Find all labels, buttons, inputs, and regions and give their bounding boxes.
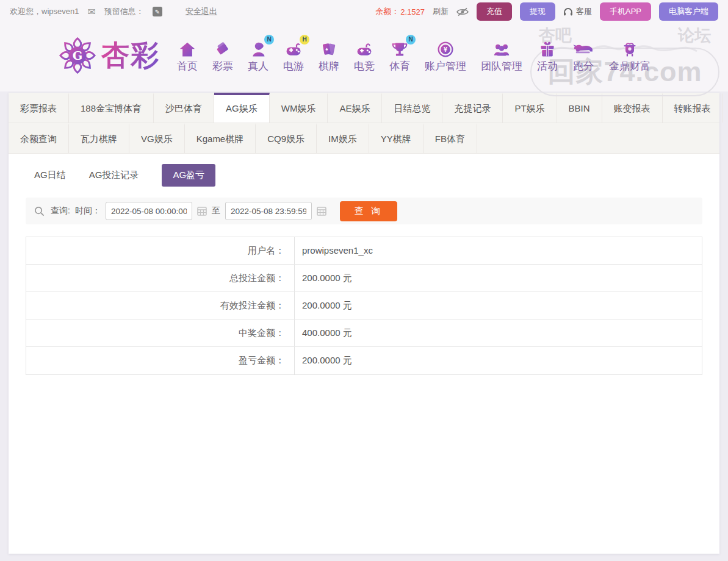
query-button[interactable]: 查 询 bbox=[340, 201, 397, 221]
main-nav: 首页 彩票 N 真人 H 电游 bbox=[177, 38, 651, 73]
nav-item-live[interactable]: N 真人 bbox=[248, 38, 268, 73]
customer-service-label: 客服 bbox=[576, 6, 592, 17]
nav-item-team[interactable]: 团队管理 bbox=[481, 38, 522, 73]
svg-text:G: G bbox=[73, 49, 83, 63]
table-row: 用户名： prowipseven1_xc bbox=[26, 237, 702, 265]
nav-item-home[interactable]: 首页 bbox=[177, 38, 198, 73]
nav-item-label: 活动 bbox=[537, 59, 558, 73]
logo-flower-icon: G bbox=[59, 37, 96, 74]
nav-item-label: 电游 bbox=[283, 59, 304, 73]
nav-item-chess[interactable]: ♠ 棋牌 bbox=[319, 38, 339, 73]
balance-value: 2.1527 bbox=[400, 7, 425, 16]
tab-fb-sports[interactable]: FB体育 bbox=[423, 123, 477, 153]
tab-account-change-report[interactable]: 账变报表 bbox=[602, 93, 663, 123]
site-logo[interactable]: G 杏彩 bbox=[59, 37, 160, 74]
tab-kgame[interactable]: Kgame棋牌 bbox=[185, 123, 256, 153]
query-label: 查询: bbox=[51, 205, 70, 216]
customer-service[interactable]: 客服 bbox=[563, 6, 592, 17]
refresh-link[interactable]: 刷新 bbox=[433, 6, 449, 17]
tabs-row-2: 余额查询 瓦力棋牌 VG娱乐 Kgame棋牌 CQ9娱乐 IM娱乐 YY棋牌 F… bbox=[9, 123, 719, 154]
tab-yy-chess[interactable]: YY棋牌 bbox=[369, 123, 423, 153]
row-label: 中奖金额： bbox=[26, 320, 295, 346]
subtab-ag-daily[interactable]: AG日结 bbox=[34, 170, 66, 181]
mobile-app-button[interactable]: 手机APP bbox=[600, 2, 651, 21]
nav-item-paofen[interactable]: 跑分 bbox=[572, 38, 594, 73]
report-tabs: 彩票报表 188金宝博体育 沙巴体育 AG娱乐 WM娱乐 AE娱乐 日结总览 充… bbox=[9, 93, 719, 154]
nav-item-label: 彩票 bbox=[212, 59, 233, 73]
nav-item-account[interactable]: ¥ 账户管理 bbox=[425, 38, 466, 73]
row-label: 总投注金额： bbox=[26, 265, 295, 291]
nav-item-label: 体育 bbox=[389, 59, 410, 73]
nav-item-label: 电竞 bbox=[354, 59, 375, 73]
row-value: 400.0000 元 bbox=[295, 320, 352, 346]
calendar-icon[interactable] bbox=[317, 206, 326, 216]
balance-label: 余额： bbox=[375, 6, 399, 17]
team-icon bbox=[492, 38, 511, 58]
tab-wm[interactable]: WM娱乐 bbox=[270, 93, 328, 123]
nav-item-label: 棋牌 bbox=[319, 59, 339, 73]
subtab-ag-bet-record[interactable]: AG投注记录 bbox=[89, 170, 139, 181]
logout-link[interactable]: 安全退出 bbox=[186, 6, 217, 17]
withdraw-button[interactable]: 提现 bbox=[520, 2, 555, 21]
tab-balance-query[interactable]: 余额查询 bbox=[9, 123, 69, 153]
tab-deposit-withdraw-record[interactable]: 充提记录 bbox=[442, 93, 503, 123]
top-region: 欢迎您，wipseven1 ✉ 预留信息： ✎ 安全退出 余额：2.1527 刷… bbox=[0, 0, 728, 91]
time-label: 时间： bbox=[75, 205, 101, 216]
table-row: 总投注金额： 200.0000 元 bbox=[26, 265, 702, 292]
calendar-icon[interactable] bbox=[197, 206, 207, 216]
row-value: 200.0000 元 bbox=[295, 265, 352, 291]
nav-item-lottery[interactable]: 彩票 bbox=[212, 38, 233, 73]
nav-item-label: 真人 bbox=[248, 59, 268, 73]
ding-icon bbox=[621, 38, 638, 58]
headset-icon bbox=[563, 7, 573, 16]
gift-icon bbox=[539, 38, 556, 58]
table-row: 盈亏金额： 200.0000 元 bbox=[26, 347, 702, 374]
tab-rebate-total[interactable]: 返点总额 bbox=[723, 93, 728, 123]
nav-item-label: 金鼎财富 bbox=[609, 59, 651, 73]
row-label: 用户名： bbox=[26, 237, 295, 264]
tab-daily-summary[interactable]: 日结总览 bbox=[382, 93, 442, 123]
tab-vg[interactable]: VG娱乐 bbox=[129, 123, 185, 153]
home-icon bbox=[179, 38, 196, 58]
search-icon bbox=[34, 206, 45, 216]
nav-item-label: 首页 bbox=[177, 59, 198, 73]
tab-ag[interactable]: AG娱乐 bbox=[214, 93, 270, 123]
nav-item-label: 跑分 bbox=[573, 59, 594, 73]
reserved-info-label: 预留信息： bbox=[104, 6, 144, 17]
subtab-ag-profit[interactable]: AG盈亏 bbox=[162, 164, 215, 187]
welcome-text: 欢迎您，wipseven1 bbox=[10, 6, 79, 17]
coin-icon: ¥ bbox=[437, 38, 454, 58]
tab-im[interactable]: IM娱乐 bbox=[317, 123, 369, 153]
tab-pt[interactable]: PT娱乐 bbox=[503, 93, 557, 123]
row-label: 有效投注金额： bbox=[26, 292, 295, 319]
nav-item-egames[interactable]: H 电游 bbox=[283, 38, 304, 73]
edit-icon[interactable]: ✎ bbox=[153, 7, 162, 16]
nav-item-esports[interactable]: 电竞 bbox=[354, 38, 375, 73]
row-value: 200.0000 元 bbox=[295, 347, 352, 374]
cards-icon: ♠ bbox=[320, 38, 337, 58]
rhino-icon bbox=[572, 38, 594, 58]
pc-client-button[interactable]: 电脑客户端 bbox=[659, 2, 718, 21]
end-time-input[interactable] bbox=[225, 202, 312, 220]
tab-transfer-report[interactable]: 转账报表 bbox=[663, 93, 723, 123]
tab-lottery-report[interactable]: 彩票报表 bbox=[9, 93, 69, 123]
new-badge: N bbox=[406, 35, 416, 45]
tab-188-sports[interactable]: 188金宝博体育 bbox=[69, 93, 154, 123]
new-badge: N bbox=[264, 35, 274, 45]
nav-item-sports[interactable]: N 体育 bbox=[389, 38, 410, 73]
nav-item-label: 团队管理 bbox=[481, 59, 522, 73]
watermark-text-right: 论坛 bbox=[678, 24, 711, 46]
start-time-input[interactable] bbox=[106, 202, 192, 220]
mail-icon[interactable]: ✉ bbox=[87, 6, 95, 18]
eye-slash-icon[interactable] bbox=[456, 7, 469, 16]
tab-shaba-sports[interactable]: 沙巴体育 bbox=[154, 93, 214, 123]
ag-subtabs: AG日结 AG投注记录 AG盈亏 bbox=[9, 154, 719, 195]
nav-item-promotions[interactable]: 活动 bbox=[537, 38, 558, 73]
deposit-button[interactable]: 充值 bbox=[477, 2, 512, 21]
tab-ae[interactable]: AE娱乐 bbox=[328, 93, 382, 123]
nav-item-jinding[interactable]: 金鼎财富 bbox=[609, 38, 651, 73]
hot-badge: H bbox=[300, 35, 309, 45]
tab-wali-chess[interactable]: 瓦力棋牌 bbox=[69, 123, 129, 153]
tab-cq9[interactable]: CQ9娱乐 bbox=[256, 123, 317, 153]
tab-bbin[interactable]: BBIN bbox=[557, 93, 602, 123]
